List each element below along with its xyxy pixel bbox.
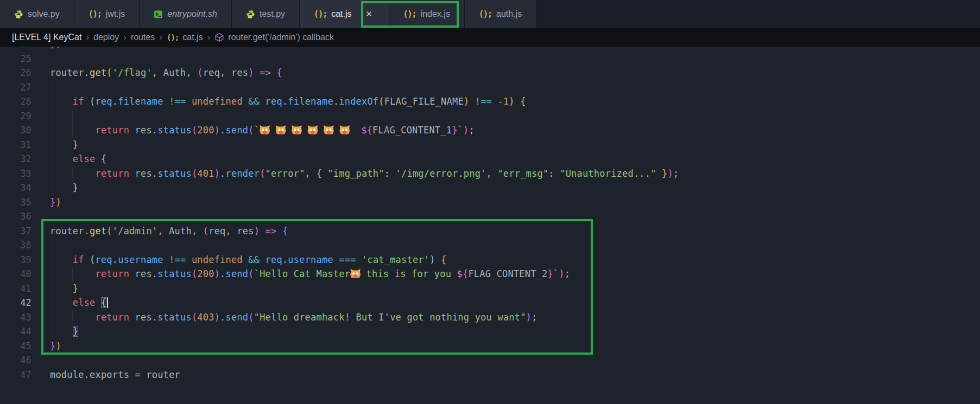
line-number: 37 [0, 224, 31, 239]
line-number: 36 [0, 209, 31, 224]
js-icon: (); [314, 9, 327, 19]
indent-guide [72, 109, 73, 124]
code-text: }) [50, 339, 61, 354]
line-number: 25 [0, 52, 31, 66]
code-line[interactable]: 41 } [0, 281, 980, 296]
tab-label: cat.js [331, 9, 351, 19]
code-text: module.exports = router [50, 368, 180, 382]
code-line[interactable]: 42 else { [0, 296, 980, 310]
cat-emoji [276, 125, 286, 134]
breadcrumb-item[interactable]: router.get('/admin') callback [228, 33, 334, 42]
code-text: return res.status(200).send(`Hello Cat M… [50, 267, 570, 281]
line-number: 38 [0, 238, 31, 253]
code-line[interactable]: 30 return res.status(200).send(` ${FLAG_… [0, 123, 980, 138]
code-text: } [50, 138, 78, 152]
code-text: return res.status(401).render("error", {… [50, 166, 679, 181]
line-number: 35 [0, 195, 31, 210]
indent-guide [53, 109, 53, 124]
code-line[interactable]: 47module.exports = router [0, 368, 980, 382]
code-line[interactable]: 28 if (req.filename !== undefined && req… [0, 94, 980, 109]
cat-emoji [324, 125, 334, 134]
line-number: 42 [0, 296, 31, 310]
tab-index.js[interactable]: ();index.js [389, 0, 465, 28]
code-line[interactable]: 32 else { [0, 152, 980, 166]
code-line[interactable]: 38 [0, 238, 980, 253]
symbol-cube-icon [214, 33, 224, 42]
close-icon[interactable]: ✕ [364, 9, 375, 20]
line-number: 26 [0, 66, 31, 80]
chevron-right-icon: › [207, 32, 211, 43]
code-line[interactable]: 46 [0, 353, 980, 368]
chevron-right-icon: › [159, 32, 163, 43]
code-line[interactable]: 45}) [0, 339, 980, 354]
tab-bar: solve.py();jwt.jsentrypoint.shtest.py();… [0, 0, 980, 28]
python-icon [246, 10, 255, 19]
tab-label: solve.py [28, 9, 60, 19]
code-text: if (req.filename !== undefined && req.fi… [50, 94, 526, 109]
code-line[interactable]: 31 } [0, 138, 980, 152]
line-number: 28 [0, 94, 31, 109]
code-text: } [50, 181, 78, 195]
tab-cat.js[interactable]: ();cat.js✕ [300, 0, 389, 28]
terminal-icon [154, 10, 163, 19]
code-text: return res.status(200).send(` ${FLAG_CON… [50, 123, 475, 138]
tab-entrypoint.sh[interactable]: entrypoint.sh [140, 0, 232, 28]
js-icon: (); [403, 9, 416, 19]
code-text: } [50, 324, 78, 339]
breadcrumb-item[interactable]: deploy [93, 33, 119, 42]
indent-guide [53, 238, 53, 253]
code-line[interactable]: 26router.get('/flag', Auth, (req, res) =… [0, 66, 980, 80]
code-line[interactable]: 40 return res.status(200).send(`Hello Ca… [0, 267, 980, 281]
line-number: 27 [0, 80, 31, 95]
code-line[interactable]: 24}) [0, 47, 980, 52]
chevron-right-icon: › [123, 32, 127, 43]
line-number: 24 [0, 47, 31, 52]
breadcrumb-item[interactable]: [LEVEL 4] KeyCat [12, 33, 81, 42]
code-line[interactable]: 35}) [0, 195, 980, 210]
code-line[interactable]: 39 if (req.username !== undefined && req… [0, 253, 980, 267]
tab-label: jwt.js [106, 9, 125, 19]
line-number: 32 [0, 152, 31, 166]
text-cursor [107, 297, 108, 308]
line-number: 47 [0, 368, 31, 382]
code-line[interactable]: 34 } [0, 181, 980, 195]
line-number: 44 [0, 324, 31, 339]
line-number: 31 [0, 138, 31, 152]
code-text: else { [50, 152, 106, 166]
tab-auth.js[interactable]: ();auth.js [465, 0, 536, 28]
js-icon: (); [479, 9, 492, 19]
code-line[interactable]: 44 } [0, 324, 980, 339]
cat-emoji [260, 125, 270, 134]
line-number: 43 [0, 310, 31, 325]
code-text: }) [50, 47, 61, 52]
breadcrumb-item[interactable]: routes [131, 33, 155, 42]
code-line[interactable]: 25 [0, 52, 980, 66]
line-number: 30 [0, 123, 31, 138]
code-line[interactable]: 43 return res.status(403).send("Hello dr… [0, 310, 980, 325]
code-line[interactable]: 29 [0, 109, 980, 124]
line-number: 45 [0, 339, 31, 354]
breadcrumb: [LEVEL 4] KeyCat›deploy›routes›();cat.js… [0, 28, 980, 47]
line-number: 34 [0, 181, 31, 195]
js-icon: (); [88, 9, 102, 19]
tab-label: test.py [260, 9, 285, 19]
python-icon [14, 10, 23, 19]
tab-label: index.js [421, 9, 450, 19]
breadcrumb-item[interactable]: cat.js [182, 33, 203, 42]
code-editor[interactable]: 24})2526router.get('/flag', Auth, (req, … [0, 47, 980, 404]
code-line[interactable]: 33 return res.status(401).render("error"… [0, 166, 980, 181]
code-text: } [50, 281, 78, 296]
indent-guide [53, 80, 53, 95]
code-line[interactable]: 36 [0, 209, 980, 224]
line-number: 41 [0, 281, 31, 296]
code-text: router.get('/admin', Auth, (req, res) =>… [50, 224, 288, 239]
line-number: 33 [0, 166, 31, 181]
tab-jwt.js[interactable]: ();jwt.js [74, 0, 140, 28]
tab-solve.py[interactable]: solve.py [0, 0, 74, 28]
code-line[interactable]: 37router.get('/admin', Auth, (req, res) … [0, 224, 980, 239]
line-number: 29 [0, 109, 31, 124]
cat-emoji [350, 269, 361, 278]
tab-test.py[interactable]: test.py [232, 0, 300, 28]
cat-emoji [292, 125, 302, 134]
code-line[interactable]: 27 [0, 80, 980, 95]
